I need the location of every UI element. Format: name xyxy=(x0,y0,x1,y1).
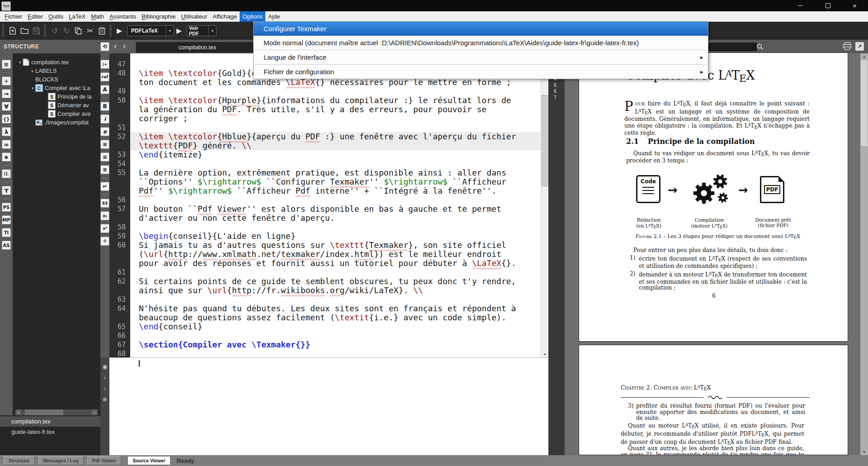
sidebar-tab-delimiters-icon[interactable]: {} xyxy=(2,114,11,124)
structure-horizontal-scrollbar[interactable]: ◂ ▸ xyxy=(15,409,98,415)
copy-button[interactable] xyxy=(72,25,84,37)
statusbar-structure-button[interactable]: Structure xyxy=(4,456,35,465)
sidebar-tab-asymptote-icon[interactable]: AS xyxy=(2,241,11,250)
structure-item-compiler-avec-la[interactable]: ▾CCompiler avec \La xyxy=(13,84,100,92)
menu-item-fichier[interactable]: Fichier de configuration▶ xyxy=(254,65,708,79)
scrollbar-thumb[interactable] xyxy=(542,95,549,186)
scroll-down-icon[interactable]: ▼ xyxy=(860,449,868,455)
sidebar-tab-misc-math-icon[interactable]: ∞ xyxy=(2,140,11,149)
menubar-item-latex[interactable]: LaTeX xyxy=(66,11,88,22)
editor-tool-math-mode-icon[interactable]: $$ xyxy=(100,199,109,208)
pdf-vertical-scrollbar[interactable]: ▲ ▼ xyxy=(860,53,868,455)
maximize-button[interactable] xyxy=(817,0,839,11)
tree-expand-icon[interactable]: ▾ xyxy=(30,86,35,90)
scrollbar-thumb[interactable] xyxy=(861,60,868,146)
open-file-guide-latex-fr.tex[interactable]: guide-latex-fr.tex xyxy=(0,427,100,437)
save-button[interactable] xyxy=(30,25,42,37)
cut-button[interactable]: ✂ xyxy=(84,25,96,37)
view-select[interactable]: Voir PDF▼ xyxy=(187,25,217,36)
menubar-item-utilisateur[interactable]: Utilisateur xyxy=(178,11,210,22)
page-list-item-5[interactable]: 5 xyxy=(548,82,557,88)
structure-item-principe-de-la[interactable]: SPrincipe de la xyxy=(13,92,100,101)
statusbar-pdf-viewer-button[interactable]: Pdf Viewer xyxy=(87,456,122,465)
log-next-error-icon[interactable]: › xyxy=(104,372,106,383)
menu-item-langue[interactable]: Langue de l'interface▶ xyxy=(254,50,708,64)
page-list-item-7[interactable]: 7 xyxy=(548,95,557,100)
minimize-button[interactable] xyxy=(790,0,811,11)
sidebar-tab-greek-icon[interactable]: λ xyxy=(2,127,11,136)
log-prev-error-icon[interactable]: ‹ xyxy=(104,383,106,394)
sidebar-tab-accents-icon[interactable]: ϒ xyxy=(2,186,11,195)
sidebar-tab-operators-icon[interactable]: ∀ xyxy=(2,102,11,111)
structure-item-blocks[interactable]: BLOCKS xyxy=(13,75,100,84)
search-icon[interactable] xyxy=(756,43,764,51)
log-stop-icon[interactable]: ⊗ xyxy=(103,394,108,404)
external-viewer-icon[interactable]: ↗ xyxy=(855,42,864,51)
sidebar-tab-structure-icon[interactable]: ≡ xyxy=(2,60,11,69)
code-area[interactable]: 4748\item \textcolor{Gold}{codton docume… xyxy=(139,60,541,357)
sidebar-tab-fractions-icon[interactable]: ÷ xyxy=(2,76,11,86)
structure-item-d-marrer-av[interactable]: SDémarrer av xyxy=(13,101,100,109)
run-view-button[interactable]: ▶ xyxy=(174,27,184,35)
editor-tool-fraction-icon[interactable]: ÷ xyxy=(100,237,109,246)
menubar-item-bibliographie[interactable]: Bibliographie xyxy=(139,11,178,22)
editor-tool-subscript-icon[interactable]: x₂ xyxy=(100,211,109,220)
page-list-item-6[interactable]: 6 xyxy=(548,88,557,94)
open-file-button[interactable] xyxy=(19,25,30,37)
scroll-down-icon[interactable]: ▼ xyxy=(541,351,549,357)
editor-tool-italic-icon[interactable]: i xyxy=(100,114,109,124)
menubar-item-affichage[interactable]: Affichage xyxy=(210,11,240,22)
print-icon[interactable] xyxy=(843,42,852,52)
scroll-left-icon[interactable]: ◂ xyxy=(15,409,21,415)
editor-tool-font-size-icon[interactable]: A xyxy=(100,85,109,94)
editor-tool-insert-block-icon[interactable]: |+ xyxy=(100,60,109,69)
sidebar-tab-tikz-icon[interactable]: TI xyxy=(2,228,11,237)
previous-document-button[interactable]: ‹ xyxy=(114,42,117,51)
statusbar-source-viewer-button[interactable]: Source Viewer xyxy=(127,456,170,465)
log-toggle-log-icon[interactable]: ◉ xyxy=(102,361,107,372)
compiler-select[interactable]: PDFLaTeX▼ xyxy=(127,25,174,36)
editor-tool-bold-icon[interactable]: B xyxy=(100,102,109,111)
menu-item-configurer[interactable]: Configurer Texmaker xyxy=(254,22,708,36)
menubar-item-outils[interactable]: Outils xyxy=(46,11,66,22)
menubar-item-editer[interactable]: Editer xyxy=(25,11,46,22)
structure-item-compilation-tex[interactable]: ▾compilation.tex xyxy=(13,58,100,67)
paste-button[interactable] xyxy=(96,25,108,37)
structure-item--images-compilat[interactable]: ./Images/compilat xyxy=(13,118,100,127)
structure-item-labels[interactable]: ▸LABELS xyxy=(13,67,100,75)
page-number-strip[interactable]: 4567 xyxy=(548,53,565,455)
editor-tool-newline-icon[interactable]: ↵ xyxy=(100,182,109,191)
menubar-item-math[interactable]: Math xyxy=(88,11,107,22)
editor-vertical-scrollbar[interactable]: ▲ ▼ xyxy=(541,53,548,357)
statusbar-messages-log-button[interactable]: Messages / Log xyxy=(38,456,84,465)
next-document-button[interactable]: › xyxy=(123,42,126,51)
scrollbar-thumb[interactable] xyxy=(25,409,63,415)
sidebar-tab-arrows-icon[interactable]: ⇒ xyxy=(2,89,11,98)
refresh-structure-icon[interactable]: ⟲ xyxy=(100,42,109,51)
menu-item-mode[interactable]: Mode normal (document maître actuel :D:\… xyxy=(254,36,708,50)
menubar-item-options[interactable]: Options xyxy=(240,11,265,22)
sidebar-tab-misc-symbols-icon[interactable]: ∗ xyxy=(2,152,11,162)
editor-tool-align-left-icon[interactable]: ≡ xyxy=(100,140,109,149)
editor-tool-superscript-icon[interactable]: x² xyxy=(100,224,109,233)
sidebar-tab-brackets-icon[interactable]: (]. xyxy=(2,169,11,178)
structure-item-compiler-ave[interactable]: SCompiler ave xyxy=(13,109,100,118)
editor-tool-reference-icon[interactable]: ref xyxy=(100,72,109,81)
open-file-tab-select[interactable]: compilation.tex▼ xyxy=(136,42,268,53)
editor-tool-align-right-icon[interactable]: ≡ xyxy=(100,165,109,174)
editor-tool-emphasis-icon[interactable]: e xyxy=(100,127,109,136)
redo-button[interactable]: ↻ xyxy=(61,25,72,37)
scroll-up-icon[interactable]: ▲ xyxy=(860,53,868,60)
close-button[interactable]: × xyxy=(844,0,865,11)
new-document-button[interactable] xyxy=(7,25,19,37)
scroll-right-icon[interactable]: ▸ xyxy=(92,409,98,415)
source-editor[interactable]: 4748\item \textcolor{Gold}{codton docume… xyxy=(109,53,541,357)
tree-expand-icon[interactable]: ▸ xyxy=(30,69,35,73)
editor-tool-align-center-icon[interactable]: ≡ xyxy=(100,152,109,162)
sidebar-tab-metapost-icon[interactable]: MP xyxy=(2,215,11,224)
undo-button[interactable]: ↺ xyxy=(49,25,61,37)
menubar-item-aide[interactable]: Aide xyxy=(265,11,283,22)
run-compiler-button[interactable]: ▶ xyxy=(114,27,124,35)
tree-expand-icon[interactable]: ▾ xyxy=(17,60,23,65)
sidebar-tab-pstricks-icon[interactable]: PS xyxy=(2,203,11,212)
